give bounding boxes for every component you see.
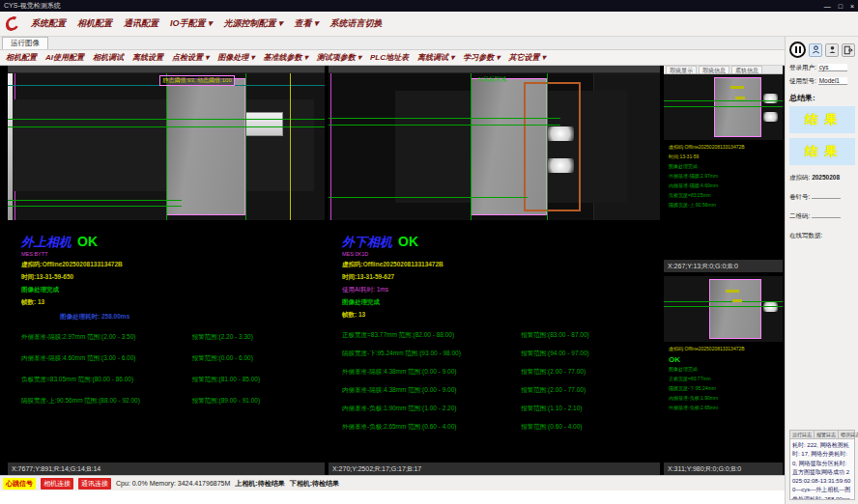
measure-line bbox=[664, 306, 783, 307]
view-header-strip bbox=[329, 66, 660, 73]
measurement-row: 内侧基准-负极:1.90mm 范围:(1.00 - 2.20) 报警范围:(1.… bbox=[342, 405, 656, 413]
tab-strip: 运行图像 bbox=[0, 37, 785, 50]
alarm-range: 报警范围:(81.00 - 85.00) bbox=[192, 376, 321, 384]
thumb-tab-strip: 瑕疵显示 瑕疵信息 底轨信息 bbox=[664, 66, 783, 74]
tool-spotcheck-settings[interactable]: 点检设置 ▾ bbox=[172, 52, 209, 63]
edge-line-left bbox=[471, 73, 472, 220]
tool-camera-debug[interactable]: 相机调试 bbox=[93, 52, 124, 63]
result-box-1: 结 果 bbox=[789, 106, 855, 133]
tab-defect-info[interactable]: 瑕疵信息 bbox=[699, 66, 729, 73]
thumb-line: 图像处理完成 bbox=[669, 366, 783, 372]
edge-line-left bbox=[166, 73, 167, 220]
thumb-text-2: 虚拟码:Offline2025020813313472B OK 图像处理完成 正… bbox=[664, 342, 783, 462]
measurement-row: 外侧基准-隔膜:4.38mm 范围:(0.00 - 9.00) 报警范围:(2.… bbox=[342, 368, 656, 377]
model-label: 使用型号: bbox=[789, 77, 816, 84]
user-manage-button[interactable] bbox=[825, 43, 839, 57]
model-value[interactable]: Model1 bbox=[818, 77, 847, 85]
thumb-ok-label: OK bbox=[669, 355, 783, 364]
main-view-area: 静态阈值:93, 动态阈值:100 外上相机 OK MES:BYTT 虚拟码:O… bbox=[0, 66, 785, 475]
pause-button[interactable] bbox=[789, 42, 806, 58]
separator-region bbox=[166, 78, 245, 216]
tab-rail-info[interactable]: 底轨信息 bbox=[731, 66, 762, 73]
tool-other-settings[interactable]: 其它设置 ▾ bbox=[509, 52, 546, 63]
measurement-row: 外侧基准-隔膜:2.97mm 范围:(2.00 - 3.50) 报警范围:(2.… bbox=[21, 333, 321, 342]
log-tab-alarm[interactable]: 报警日志 bbox=[815, 431, 839, 438]
ai-roi-box bbox=[524, 82, 580, 211]
thumb-image-2[interactable] bbox=[664, 276, 783, 342]
measurement-value: 内侧基准-隔膜:4.60mm 范围:(3.00 - 6.00) bbox=[21, 354, 192, 363]
maximize-icon[interactable]: □ bbox=[839, 3, 843, 10]
tab-defect-display[interactable]: 瑕疵显示 bbox=[666, 66, 697, 73]
model-row: 使用型号: Model1 bbox=[789, 77, 855, 86]
pixel-coord-bar-thumb1: X:267;Y:13;R:0;G:0;B:0 bbox=[664, 260, 783, 272]
thumb-line: 隔膜宽度-上:90.56mm bbox=[669, 202, 783, 208]
virtual-code-label: 虚拟码: bbox=[789, 174, 810, 181]
process-done-line: 图像处理完成 bbox=[21, 286, 325, 294]
measurement-value: 内侧基准-隔膜:4.38mm 范围:(0.00 - 9.00) bbox=[342, 386, 521, 395]
pixel-coord-bar-thumb2: X:311;Y:980;R:0;G:0;B:0 bbox=[664, 462, 783, 475]
time-line: 时间:13-31-59-627 bbox=[342, 273, 660, 282]
result-box-2: 结 果 bbox=[789, 138, 855, 165]
menu-light-config[interactable]: 光源控制配置 ▾ bbox=[224, 17, 283, 30]
camera-name-label: 外下相机 bbox=[342, 234, 392, 251]
tool-offline-settings[interactable]: 离线设置 bbox=[132, 52, 163, 63]
thumb-line: 虚拟码:Offline2025020813313472B bbox=[669, 346, 783, 351]
measurement-value: 外侧基准-隔膜:2.97mm 范围:(2.00 - 3.50) bbox=[21, 333, 192, 342]
log-panel: 运行日志 报警日志 错误日志 耗时: 222, 网络检测耗时: 17, 网络分类… bbox=[789, 430, 855, 500]
menu-comm-config[interactable]: 通讯配置 bbox=[124, 17, 158, 30]
minimize-icon[interactable]: — bbox=[824, 3, 831, 10]
menu-view[interactable]: 查看 ▾ bbox=[295, 17, 319, 30]
measurement-row: 外侧基准-负极:2.65mm 范围:(0.60 - 4.00) 报警范围:(0.… bbox=[342, 423, 656, 432]
tool-baseline-params[interactable]: 基准线参数 ▾ bbox=[264, 52, 308, 63]
status-bar: 心跳信号 相机连接 通讯连接 Cpu: 0.0% Memory: 3424.41… bbox=[0, 475, 785, 490]
menu-language[interactable]: 系统语言切换 bbox=[330, 17, 383, 30]
user-icon bbox=[812, 45, 820, 54]
result-ok-label: OK bbox=[398, 234, 418, 249]
tool-offline-debug[interactable]: 离线调试 ▾ bbox=[417, 52, 454, 63]
tab-run-image[interactable]: 运行图像 bbox=[2, 37, 48, 49]
tool-learn-params[interactable]: 学习参数 ▾ bbox=[463, 52, 500, 63]
thumb-line: 虚拟码:Offline2025020813313472B bbox=[669, 144, 783, 150]
write-data-row: 在线写数据: bbox=[789, 232, 855, 240]
frame-count-line: 帧数: 13 bbox=[342, 311, 660, 320]
measure-line bbox=[664, 100, 783, 101]
measurement-value: 隔膜宽度-下:95.24mm 范围:(93.00 - 98.00) bbox=[342, 350, 521, 358]
reflection-blob-2 bbox=[547, 158, 573, 173]
user-dark-icon bbox=[828, 45, 837, 54]
alarm-range: 报警范围:(2.00 - 77.00) bbox=[521, 368, 656, 377]
tool-plc-address[interactable]: PLC地址表 bbox=[370, 52, 409, 63]
tool-test-params[interactable]: 测试项参数 ▾ bbox=[317, 52, 361, 63]
tool-image-processing[interactable]: 图像处理 ▾ bbox=[217, 52, 254, 63]
measurement-value: 外侧基准-隔膜:4.38mm 范围:(0.00 - 9.00) bbox=[342, 368, 521, 377]
needle-row: 卷针号: bbox=[789, 193, 855, 202]
menu-camera-config[interactable]: 相机配置 bbox=[77, 17, 112, 30]
login-user-value[interactable]: cys bbox=[818, 64, 847, 71]
thumb-view-2: 虚拟码:Offline2025020813313472B OK 图像处理完成 正… bbox=[664, 276, 783, 475]
measure-line-2 bbox=[329, 125, 560, 126]
menu-system-config[interactable]: 系统配置 bbox=[31, 17, 66, 30]
virtual-code-line: 虚拟码:Offline2025020813313472B bbox=[21, 261, 325, 269]
tool-camera-config[interactable]: 相机配置 bbox=[6, 52, 37, 63]
log-tab-error[interactable]: 错误日志 bbox=[839, 431, 858, 438]
result-text-upper: 外上相机 OK MES:BYTT 虚拟码:Offline202502081331… bbox=[8, 220, 325, 462]
threshold-annotation: 静态阈值:93, 动态阈值:100 bbox=[159, 75, 234, 86]
thumb-line: 外侧基准-隔膜:2.97mm bbox=[669, 173, 783, 179]
pixel-coords: X:311;Y:980;R:0;G:0;B:0 bbox=[668, 465, 741, 472]
log-text[interactable]: 耗时: 222, 网络检测耗时: 17, 网络分类耗时: 0, 网络提取分区耗时… bbox=[790, 439, 854, 499]
thumb-view-1: 虚拟码:Offline2025020813313472B 时间:13-31-59… bbox=[664, 74, 783, 272]
needle-value[interactable] bbox=[812, 198, 841, 199]
tool-ai-config[interactable]: AI使用配置 bbox=[45, 52, 84, 63]
exit-button[interactable] bbox=[842, 43, 855, 57]
result-text-lower: 外下相机 OK MES:0K1D 虚拟码:Offline202502081331… bbox=[329, 220, 660, 462]
camera-image-upper[interactable]: 静态阈值:93, 动态阈值:100 bbox=[8, 73, 325, 220]
camera-image-lower[interactable]: AI目标区域 bbox=[329, 73, 660, 220]
close-icon[interactable]: × bbox=[850, 3, 854, 10]
qr-value[interactable] bbox=[812, 217, 841, 218]
thumb-image-1[interactable] bbox=[664, 74, 783, 140]
thumb-line: 外侧基准-负极:2.65mm bbox=[669, 405, 783, 410]
log-tab-run[interactable]: 运行日志 bbox=[790, 431, 815, 438]
user-login-button[interactable] bbox=[809, 43, 822, 57]
menu-io-config[interactable]: IO手配置 ▾ bbox=[170, 17, 213, 30]
heartbeat-badge: 心跳信号 bbox=[3, 478, 36, 490]
measurement-value: 外侧基准-负极:2.65mm 范围:(0.60 - 4.00) bbox=[342, 423, 521, 432]
